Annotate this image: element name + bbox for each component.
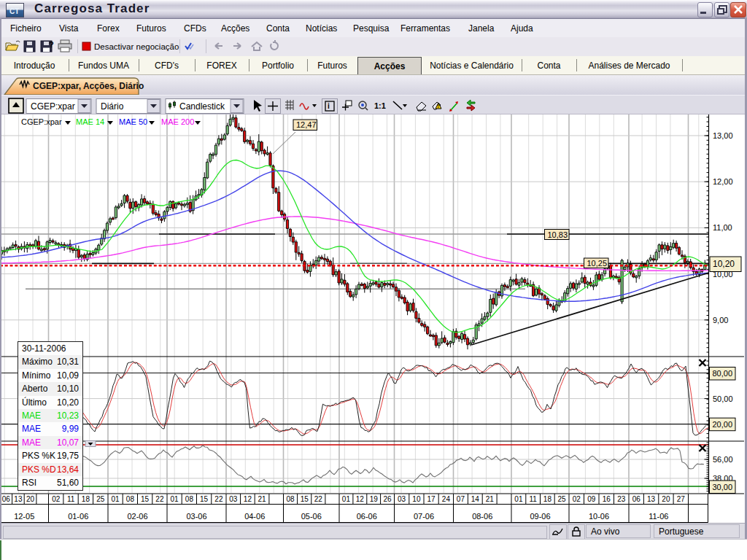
svg-text:i: i xyxy=(328,102,330,110)
svg-text:06: 06 xyxy=(632,495,641,503)
svg-text:18: 18 xyxy=(543,495,552,503)
svg-text:01: 01 xyxy=(112,495,120,503)
svg-text:11: 11 xyxy=(529,495,537,503)
svg-text:01: 01 xyxy=(171,495,179,503)
svg-text:20,00: 20,00 xyxy=(713,420,733,429)
svg-text:MAE 200: MAE 200 xyxy=(161,117,194,126)
svg-text:27: 27 xyxy=(677,495,686,503)
svg-text:10: 10 xyxy=(412,495,421,503)
svg-text:12,47: 12,47 xyxy=(296,120,317,129)
svg-text:Diário: Diário xyxy=(101,101,124,112)
svg-text:80,00: 80,00 xyxy=(713,369,733,378)
svg-text:03: 03 xyxy=(398,495,406,503)
svg-text:!: ! xyxy=(438,104,439,109)
svg-text:08: 08 xyxy=(287,495,295,503)
svg-text:18: 18 xyxy=(82,495,90,503)
svg-text:11-06: 11-06 xyxy=(649,512,668,521)
svg-text:07: 07 xyxy=(457,495,465,503)
svg-text:04-06: 04-06 xyxy=(244,512,265,521)
svg-text:13: 13 xyxy=(647,495,656,503)
svg-text:CGEP:xpar, Acções, Diário: CGEP:xpar, Acções, Diário xyxy=(33,81,144,91)
svg-text:14: 14 xyxy=(471,495,480,503)
svg-text:13,00: 13,00 xyxy=(713,131,733,140)
svg-text:23: 23 xyxy=(617,495,626,503)
svg-text:06: 06 xyxy=(2,495,11,503)
svg-text:12,00: 12,00 xyxy=(713,177,733,186)
svg-text:02: 02 xyxy=(573,495,581,503)
svg-text:CGEP:xpar: CGEP:xpar xyxy=(31,101,75,112)
svg-text:11,00: 11,00 xyxy=(713,223,732,232)
svg-text:26: 26 xyxy=(384,495,392,503)
svg-text:12: 12 xyxy=(356,495,365,503)
svg-text:12: 12 xyxy=(244,495,252,503)
svg-text:MAE 50: MAE 50 xyxy=(119,117,147,126)
svg-text:20: 20 xyxy=(662,495,670,503)
svg-text:?: ? xyxy=(49,40,54,49)
svg-text:MAE 14: MAE 14 xyxy=(76,117,104,126)
svg-text:03-06: 03-06 xyxy=(186,512,206,521)
svg-text:21: 21 xyxy=(258,495,267,503)
svg-text:02: 02 xyxy=(52,495,61,503)
svg-text:10-06: 10-06 xyxy=(589,512,609,521)
svg-text:03: 03 xyxy=(229,495,238,503)
svg-text:01: 01 xyxy=(514,495,523,503)
svg-text:20: 20 xyxy=(26,495,35,503)
svg-text:06-06: 06-06 xyxy=(357,512,377,521)
svg-text:15: 15 xyxy=(301,495,309,503)
svg-text:19: 19 xyxy=(370,495,379,503)
svg-text:02-06: 02-06 xyxy=(127,512,147,521)
svg-text:12-05: 12-05 xyxy=(14,512,34,521)
svg-text:1:1: 1:1 xyxy=(374,101,386,110)
svg-text:16: 16 xyxy=(603,495,611,503)
svg-text:25: 25 xyxy=(96,495,105,503)
svg-text:15: 15 xyxy=(200,495,209,503)
svg-text:15: 15 xyxy=(141,495,150,503)
svg-text:10,83: 10,83 xyxy=(548,230,568,239)
svg-text:50,00: 50,00 xyxy=(713,394,733,403)
svg-text:22: 22 xyxy=(314,495,323,503)
svg-text:25: 25 xyxy=(558,495,567,503)
svg-text:Candlestick: Candlestick xyxy=(179,101,225,112)
svg-text:08-06: 08-06 xyxy=(472,512,492,521)
svg-text:08: 08 xyxy=(126,495,135,503)
svg-text:30,00: 30,00 xyxy=(713,483,733,491)
svg-text:01: 01 xyxy=(342,495,351,503)
svg-text:10,25: 10,25 xyxy=(587,259,608,268)
svg-text:07-06: 07-06 xyxy=(414,512,434,521)
svg-text:24: 24 xyxy=(442,495,451,503)
svg-text:11: 11 xyxy=(67,495,75,503)
svg-text:56,00: 56,00 xyxy=(713,455,733,464)
svg-text:09-06: 09-06 xyxy=(530,512,550,521)
svg-text:21: 21 xyxy=(486,495,495,503)
svg-text:09: 09 xyxy=(587,495,596,503)
svg-text:Desactivar negociação: Desactivar negociação xyxy=(94,42,179,51)
svg-text:22: 22 xyxy=(214,495,223,503)
svg-text:22: 22 xyxy=(155,495,164,503)
svg-text:9,00: 9,00 xyxy=(713,316,728,324)
svg-text:01-06: 01-06 xyxy=(68,512,88,521)
svg-text:13: 13 xyxy=(14,495,23,503)
svg-text:10,20: 10,20 xyxy=(713,259,735,269)
svg-text:08: 08 xyxy=(185,495,194,503)
svg-text:17: 17 xyxy=(427,495,436,503)
svg-text:05-06: 05-06 xyxy=(301,512,322,521)
svg-text:CGEP:xpar: CGEP:xpar xyxy=(21,117,62,126)
